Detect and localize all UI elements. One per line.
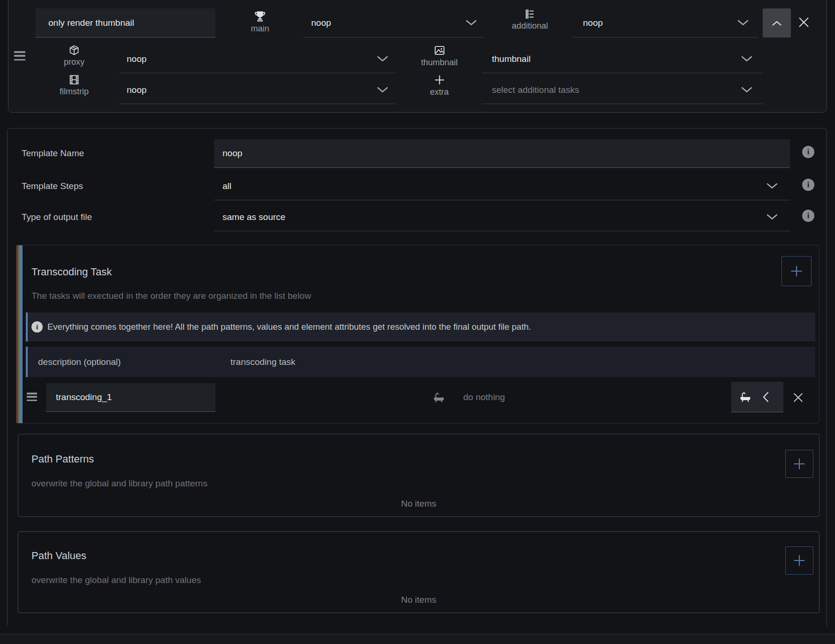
close-icon (792, 392, 804, 403)
template-name-label: Template Name (22, 149, 84, 158)
slot-proxy-label: proxy (64, 57, 84, 67)
image-icon (434, 45, 445, 56)
add-path-value-button[interactable] (785, 546, 813, 575)
collapse-button[interactable] (763, 8, 791, 38)
slot-extra-label: extra (430, 87, 449, 97)
filmstrip-task-select[interactable]: noop (119, 76, 396, 104)
chevron-down-icon (377, 87, 388, 93)
add-path-pattern-button[interactable] (785, 450, 813, 478)
template-steps-value: all (222, 181, 231, 191)
slot-filmstrip-label: filmstrip (60, 87, 89, 96)
additional-task-select[interactable]: noop (573, 8, 758, 38)
chevron-down-icon (766, 183, 778, 189)
transcoding-row: do nothing (16, 382, 820, 412)
info-icon[interactable]: i (802, 146, 814, 158)
transcoding-header-row: description (optional) transcoding task (26, 347, 815, 377)
chevron-down-icon (741, 87, 752, 93)
proxy-task-select[interactable]: noop (119, 45, 396, 73)
path-patterns-title: Path Patterns (31, 453, 94, 465)
path-patterns-section: Path Patterns overwrite the global and l… (18, 434, 820, 517)
chevron-down-icon (466, 20, 477, 26)
trophy-icon (254, 10, 266, 23)
slot-thumbnail-label: thumbnail (421, 58, 458, 67)
slot-additional: additional (510, 8, 550, 37)
chevron-down-icon (737, 20, 749, 26)
main-task-value: noop (311, 18, 331, 28)
cube-icon (69, 45, 80, 56)
output-type-label: Type of output file (22, 212, 92, 222)
slot-filmstrip: filmstrip (55, 74, 93, 101)
main-task-select[interactable]: noop (303, 8, 484, 38)
bathtub-icon (432, 391, 445, 404)
slot-main: main (241, 10, 279, 38)
slot-extra: extra (421, 74, 458, 101)
info-icon[interactable]: i (802, 210, 814, 222)
plus-icon (434, 74, 445, 86)
bathtub-icon (739, 390, 752, 403)
path-values-section: Path Values overwrite the global and lib… (18, 531, 820, 613)
path-patterns-empty: No items (18, 499, 819, 509)
filmstrip-icon (69, 74, 80, 85)
additional-task-value: noop (583, 18, 603, 28)
filmstrip-task-value: noop (127, 85, 146, 95)
chevron-down-icon (377, 56, 388, 62)
footer-strip (0, 634, 835, 644)
banner-accent-bar (26, 312, 28, 341)
extra-task-select[interactable]: select additional tasks (482, 76, 763, 104)
header-accent-bar (26, 347, 28, 377)
info-icon[interactable]: i (802, 179, 814, 191)
task-action-value: do nothing (463, 382, 505, 412)
transcoding-task-section: Transcoding Task The tasks will exectued… (16, 245, 820, 424)
task-drag-handle[interactable] (14, 51, 25, 61)
chevron-up-icon (772, 21, 781, 26)
extra-task-placeholder: select additional tasks (492, 85, 579, 95)
path-values-empty: No items (18, 595, 819, 605)
path-values-subtitle: overwrite the global and library path va… (31, 576, 201, 585)
close-icon (797, 16, 810, 29)
slot-main-label: main (251, 24, 269, 33)
task-description-input[interactable] (46, 383, 215, 412)
path-values-title: Path Values (31, 550, 86, 562)
slot-thumbnail: thumbnail (419, 45, 460, 72)
template-steps-label: Template Steps (22, 182, 83, 191)
column-description: description (optional) (38, 347, 121, 377)
transcoding-info-banner: i Everything comes together here! All th… (26, 312, 815, 341)
task-name-input[interactable] (35, 8, 215, 38)
close-task-button[interactable] (795, 14, 812, 30)
template-steps-select[interactable]: all (214, 172, 790, 200)
chevron-down-icon (741, 56, 752, 62)
transcoding-section-title: Transcoding Task (31, 266, 112, 278)
add-transcoding-task-button[interactable] (781, 256, 812, 286)
checklist-icon (524, 8, 536, 20)
chevron-left-icon (762, 392, 769, 402)
transcoding-section-subtitle: The tasks will exectued in the order the… (31, 291, 311, 301)
proxy-task-value: noop (127, 54, 146, 64)
thumbnail-task-value: thumbnail (492, 54, 530, 64)
chevron-down-icon (766, 214, 778, 220)
column-task: transcoding task (230, 347, 295, 377)
output-type-value: same as source (222, 212, 285, 222)
thumbnail-task-select[interactable]: thumbnail (482, 45, 763, 73)
remove-task-button[interactable] (790, 389, 806, 405)
info-icon: i (31, 321, 43, 333)
banner-text: Everything comes together here! All the … (47, 312, 531, 341)
template-editor-page: main noop additional noop (0, 0, 835, 644)
path-patterns-subtitle: overwrite the global and library path pa… (31, 479, 207, 488)
row-drag-handle[interactable] (27, 393, 37, 401)
task-type-control[interactable] (731, 382, 783, 412)
output-type-select[interactable]: same as source (214, 203, 790, 231)
template-name-input[interactable] (214, 139, 790, 168)
slot-additional-label: additional (512, 21, 548, 30)
slot-proxy: proxy (55, 45, 93, 72)
